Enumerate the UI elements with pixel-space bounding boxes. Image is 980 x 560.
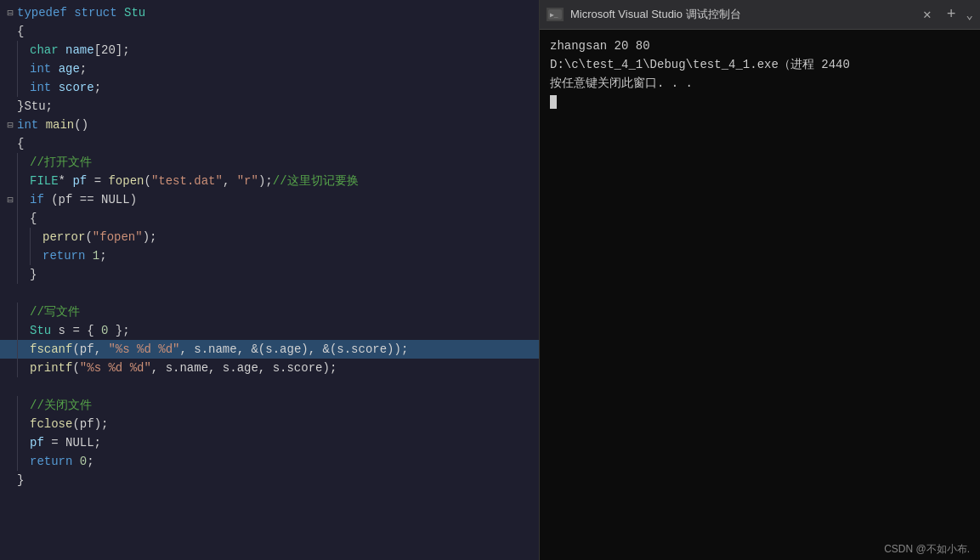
code-lines: ⊟typedef struct Stu{char name[20];int ag… bbox=[0, 0, 539, 493]
code-editor: ⊟typedef struct Stu{char name[20];int ag… bbox=[0, 0, 540, 560]
indent-guide bbox=[17, 321, 18, 340]
code-line bbox=[0, 377, 539, 396]
terminal-close-button[interactable]: ✕ bbox=[918, 4, 937, 25]
token-plain: ; bbox=[80, 62, 87, 76]
indent-guide bbox=[30, 228, 31, 246]
indent-guide bbox=[17, 415, 18, 433]
indent-guide bbox=[17, 153, 18, 172]
token-var: score bbox=[59, 81, 94, 94]
token-plain bbox=[67, 6, 74, 20]
token-fn: fscanf bbox=[30, 342, 72, 356]
token-kw: typedef bbox=[17, 6, 67, 20]
terminal-chevron-button[interactable]: ⌄ bbox=[966, 8, 973, 22]
code-line: ⊟if (pf == NULL) bbox=[0, 190, 539, 209]
token-struct-name: Stu bbox=[124, 6, 145, 20]
terminal-output-3: 按任意键关闭此窗口. . . bbox=[550, 74, 970, 93]
token-kw: struct bbox=[74, 6, 116, 20]
code-tokens: return 1; bbox=[42, 249, 107, 263]
token-str: "%s %d %d" bbox=[80, 361, 151, 375]
token-str: "fopen" bbox=[93, 230, 143, 244]
code-line: return 0; bbox=[0, 452, 539, 471]
code-tokens: fclose(pf); bbox=[30, 417, 108, 431]
token-struct-name: Stu bbox=[30, 324, 51, 337]
token-plain: ( bbox=[85, 230, 92, 244]
terminal-output-2: D:\c\test_4_1\Debug\test_4_1.exe（进程 2440 bbox=[550, 55, 970, 74]
code-tokens: fscanf(pf, "%s %d %d", s.name, &(s.age),… bbox=[30, 342, 408, 356]
code-tokens: //关闭文件 bbox=[30, 398, 92, 413]
token-type: char bbox=[30, 43, 59, 57]
token-punct: { bbox=[17, 137, 24, 150]
terminal-cursor bbox=[550, 95, 557, 109]
code-line: fscanf(pf, "%s %d %d", s.name, &(s.age),… bbox=[0, 340, 539, 359]
token-plain: (pf == NULL) bbox=[44, 193, 137, 206]
terminal-add-button[interactable]: + bbox=[943, 4, 960, 25]
code-line: perror("fopen"); bbox=[0, 228, 539, 246]
fold-indicator[interactable]: ⊟ bbox=[3, 194, 17, 206]
code-line: //关闭文件 bbox=[0, 396, 539, 415]
token-cmt: //写文件 bbox=[30, 305, 80, 319]
code-line: //写文件 bbox=[0, 303, 539, 321]
terminal-cursor-line bbox=[550, 93, 970, 111]
token-num: 0 bbox=[80, 455, 87, 468]
terminal-titlebar: ▶_ Microsoft Visual Studio 调试控制台 ✕ + ⌄ bbox=[540, 0, 980, 30]
token-fn: main bbox=[46, 118, 75, 132]
code-tokens: }Stu; bbox=[17, 99, 53, 113]
indent-guide bbox=[17, 41, 18, 59]
code-tokens: FILE* pf = fopen("test.dat", "r");//这里切记… bbox=[30, 173, 359, 189]
token-kw: int bbox=[30, 81, 51, 94]
fold-indicator[interactable]: ⊟ bbox=[3, 7, 17, 20]
indent-guide bbox=[17, 452, 18, 471]
token-punct: } bbox=[17, 473, 24, 487]
token-plain bbox=[85, 249, 92, 263]
token-plain: * bbox=[59, 174, 73, 188]
code-tokens: { bbox=[30, 212, 37, 225]
indent-guide bbox=[17, 59, 18, 78]
code-line: { bbox=[0, 209, 539, 228]
code-tokens: typedef struct Stu bbox=[17, 6, 145, 20]
fold-indicator[interactable]: ⊟ bbox=[3, 119, 17, 132]
token-plain: ( bbox=[72, 361, 79, 375]
code-line: } bbox=[0, 265, 539, 284]
code-tokens: printf("%s %d %d", s.name, s.age, s.scor… bbox=[30, 361, 337, 375]
indent-guide bbox=[30, 246, 31, 265]
code-tokens: } bbox=[30, 268, 37, 281]
token-var: pf bbox=[30, 436, 44, 450]
code-tokens: int age; bbox=[30, 62, 87, 76]
code-tokens: int main() bbox=[17, 118, 88, 132]
token-num: 1 bbox=[93, 249, 99, 263]
token-str: "test.dat" bbox=[151, 174, 223, 188]
terminal-body: zhangsan 20 80 D:\c\test_4_1\Debug\test_… bbox=[540, 30, 980, 539]
indent-guide bbox=[17, 303, 18, 321]
code-tokens: char name[20]; bbox=[30, 43, 130, 57]
code-line: int score; bbox=[0, 78, 539, 97]
svg-text:▶_: ▶_ bbox=[550, 11, 558, 19]
token-cmt: //关闭文件 bbox=[30, 399, 92, 412]
token-plain: () bbox=[74, 118, 88, 132]
token-plain: ; bbox=[99, 249, 106, 263]
token-plain bbox=[38, 118, 45, 132]
indent-guide bbox=[17, 228, 18, 246]
token-var: pf bbox=[72, 174, 87, 188]
token-var: age bbox=[59, 62, 80, 76]
code-tokens: perror("fopen"); bbox=[42, 230, 156, 244]
token-punct: { bbox=[17, 25, 24, 38]
indent-guide bbox=[17, 78, 18, 97]
code-tokens: if (pf == NULL) bbox=[30, 193, 137, 206]
code-tokens: int score; bbox=[30, 81, 101, 94]
token-punct: { bbox=[30, 212, 37, 225]
code-line: FILE* pf = fopen("test.dat", "r");//这里切记… bbox=[0, 172, 539, 190]
terminal-title: Microsoft Visual Studio 调试控制台 bbox=[570, 7, 911, 22]
code-line: Stu s = { 0 }; bbox=[0, 321, 539, 340]
code-line: pf = NULL; bbox=[0, 433, 539, 452]
token-kw: int bbox=[17, 118, 38, 132]
token-plain: }; bbox=[108, 324, 129, 337]
token-plain: ( bbox=[144, 174, 150, 188]
token-fn: fclose bbox=[30, 417, 72, 431]
token-plain: = bbox=[87, 174, 108, 188]
token-kw: int bbox=[30, 62, 51, 76]
code-tokens: } bbox=[17, 473, 24, 487]
code-tokens: Stu s = { 0 }; bbox=[30, 324, 130, 337]
token-plain: , s.name, s.age, s.score); bbox=[151, 361, 337, 375]
token-plain bbox=[117, 6, 124, 20]
token-type: FILE bbox=[30, 174, 59, 188]
